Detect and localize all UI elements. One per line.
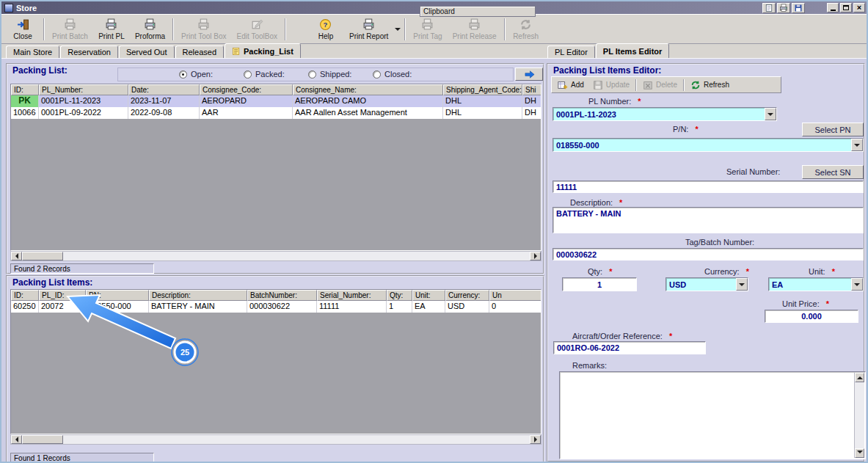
tab-packing-list[interactable]: Packing_List <box>225 43 301 58</box>
radio-closed[interactable]: Closed: <box>373 70 412 79</box>
scrollbar-track[interactable] <box>63 252 530 260</box>
tab-released[interactable]: Released <box>175 45 224 58</box>
qty-field[interactable]: 1 <box>562 277 637 291</box>
toolbar-separator <box>172 18 174 40</box>
column-header[interactable]: PL_ID: <box>39 290 86 301</box>
horizontal-scrollbar[interactable] <box>10 434 541 445</box>
go-arrow-button[interactable] <box>515 68 543 81</box>
chevron-down-icon[interactable] <box>765 108 776 120</box>
close-window-button[interactable] <box>853 3 865 12</box>
print-pl-button[interactable]: Print PL <box>93 16 130 43</box>
print-tool-box-button[interactable]: Print Tool Box <box>176 16 232 43</box>
tag-batch-field[interactable]: 000030622 <box>552 248 864 260</box>
scroll-down-button[interactable] <box>855 448 864 458</box>
chevron-down-icon[interactable] <box>736 278 748 291</box>
arrow-right-icon <box>524 69 535 80</box>
close-button[interactable]: Close <box>4 16 41 43</box>
table-row[interactable]: 60250 20072 018550-000 BATTERY - MAIN 00… <box>11 301 541 313</box>
column-header[interactable]: Currency: <box>445 290 489 301</box>
column-header[interactable]: Un <box>489 290 541 301</box>
cell-consignee-name: AEROPARD CAMO <box>293 95 443 107</box>
tab-pl-items-editor[interactable]: PL Items Editor <box>596 43 669 58</box>
maximize-button[interactable] <box>840 3 852 12</box>
document-tool-button[interactable] <box>762 3 776 13</box>
column-header[interactable]: ID: <box>11 84 39 95</box>
column-header[interactable]: Date: <box>128 84 200 95</box>
column-header[interactable]: Description: <box>149 290 247 301</box>
update-button[interactable]: Update <box>588 79 634 91</box>
column-header[interactable]: Shipping_Agent_Code: <box>443 84 522 95</box>
save-tool-button[interactable] <box>792 3 805 13</box>
scroll-left-button[interactable] <box>11 252 22 260</box>
radio-shipped[interactable]: Shipped: <box>308 70 351 79</box>
currency-combo[interactable]: USD <box>665 277 748 291</box>
column-header[interactable]: PL_Number: <box>39 84 128 95</box>
radio-packed[interactable]: Packed: <box>244 70 285 79</box>
column-header[interactable]: Qty: <box>387 290 412 301</box>
print-tag-button[interactable]: Print Tag <box>408 16 447 43</box>
horizontal-scrollbar[interactable] <box>10 251 541 261</box>
chevron-down-icon <box>395 28 401 34</box>
toolbar-separator <box>404 18 406 40</box>
scrollbar-thumb[interactable] <box>22 435 63 444</box>
unit-combo[interactable]: EA <box>768 277 864 291</box>
remarks-scrollbar[interactable] <box>854 373 864 458</box>
store-window: Store Clipboard Close Print Batch Print … <box>0 0 868 463</box>
scrollbar-track[interactable] <box>63 435 530 444</box>
chevron-down-icon[interactable] <box>851 139 863 151</box>
tab-reservation[interactable]: Reservation <box>60 45 118 58</box>
arrow-right-icon <box>534 253 540 259</box>
column-header[interactable]: ID: <box>11 290 39 301</box>
chevron-down-icon[interactable] <box>851 278 863 291</box>
print-tool-button[interactable] <box>777 3 790 13</box>
tab-main-store[interactable]: Main Store <box>6 45 59 58</box>
proforma-button[interactable]: Proforma <box>130 16 170 43</box>
help-button[interactable]: Help <box>307 16 344 43</box>
column-header[interactable]: Serial_Number: <box>317 290 387 301</box>
aircraft-order-reference-field[interactable]: 0001RO-06-2022 <box>553 341 706 354</box>
scroll-left-button[interactable] <box>11 435 22 444</box>
table-row[interactable]: PK 0001PL-11-2023 2023-11-07 AEROPARD AE… <box>11 95 541 107</box>
edit-toolbox-button[interactable]: Edit ToolBox <box>232 16 282 43</box>
add-button[interactable]: Add <box>553 79 588 91</box>
minimize-button[interactable] <box>827 3 839 12</box>
column-header[interactable]: Consignee_Name: <box>293 84 443 95</box>
select-pn-button[interactable]: Select PN <box>802 123 864 136</box>
table-row[interactable]: 10066 0001PL-09-2022 2022-09-08 AAR AAR … <box>11 107 541 119</box>
remarks-field[interactable] <box>559 371 866 459</box>
scrollbar-track[interactable] <box>855 382 864 448</box>
column-header[interactable]: BatchNumber: <box>247 290 317 301</box>
scroll-up-button[interactable] <box>855 373 864 382</box>
unit-price-field[interactable]: 0.000 <box>765 310 858 323</box>
arrow-down-icon <box>857 451 863 456</box>
refresh-button[interactable]: Refresh <box>508 16 544 43</box>
pn-combo[interactable]: 018550-000 <box>552 138 864 152</box>
print-report-dropdown[interactable] <box>393 16 402 43</box>
pl-number-combo[interactable]: 0001PL-11-2023 <box>552 107 777 121</box>
editor-group-title: Packing List Items Editor: <box>553 65 661 76</box>
delete-button[interactable]: Delete <box>638 79 682 91</box>
scrollbar-thumb[interactable] <box>22 252 63 260</box>
print-batch-button[interactable]: Print Batch <box>47 16 93 43</box>
radio-open[interactable]: Open: <box>179 70 213 79</box>
select-sn-button[interactable]: Select SN <box>802 165 864 179</box>
tab-pl-editor[interactable]: PL Editor <box>547 45 595 58</box>
column-header[interactable]: Unit: <box>412 290 445 301</box>
description-field[interactable]: BATTERY - MAIN <box>552 207 864 233</box>
print-report-button[interactable]: Print Report <box>344 16 393 43</box>
serial-number-field[interactable]: 11111 <box>552 181 864 193</box>
tab-served-out[interactable]: Served Out <box>119 45 175 58</box>
column-header[interactable]: Consignee_Code: <box>200 84 293 95</box>
toolbar-separator <box>285 18 286 40</box>
minimize-icon <box>831 10 836 11</box>
scroll-right-button[interactable] <box>530 252 541 260</box>
right-tab-strip: PL Editor PL Items Editor <box>547 44 670 58</box>
edit-icon <box>251 18 263 31</box>
clipboard-toolbar-caption[interactable]: Clipboard <box>420 6 536 17</box>
scroll-right-button[interactable] <box>530 435 541 444</box>
print-release-button[interactable]: Print Release <box>448 16 502 43</box>
column-header[interactable]: Shi <box>522 84 541 95</box>
toolbar-separator <box>683 79 685 91</box>
column-header[interactable]: PN: <box>86 290 149 301</box>
editor-refresh-button[interactable]: Refresh <box>686 79 734 91</box>
